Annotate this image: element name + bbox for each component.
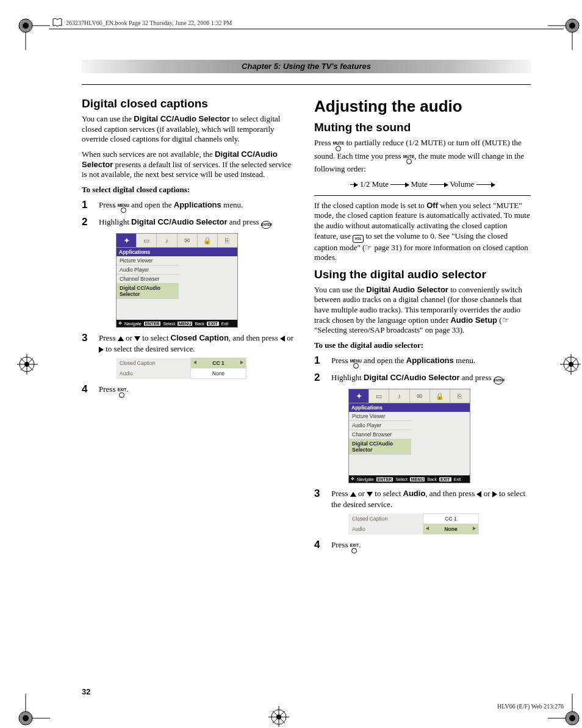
left-column: Digital closed captions You can use the … [82,93,298,556]
osd-item: Audio Player [117,265,179,275]
steps-right-end: 4 Press EXIT. [314,538,531,553]
osd-tab-strip: ✦ ▭ ♪ ✉ 🔒 ⎘ [117,234,237,248]
crop-mark-mid-left [17,348,50,381]
left-arrow-icon [193,361,196,364]
divider-line [82,84,531,85]
steps-left-cont: 3 Press or to select Closed Caption, and… [82,331,298,354]
step-1: 1 Press MENU and open the Applications m… [314,354,531,369]
osd-tab-icon: ✉ [178,234,198,247]
osd-applications-menu: ✦ ▭ ♪ ✉ 🔒 ⎘ Applications Picture Viewer … [348,389,470,483]
exit-button-icon: EXIT [118,388,126,398]
book-page-header: 263237HLV66_EN.book Page 32 Thursday, Ju… [49,18,564,29]
mute-button-icon: MUTE [403,155,414,165]
osd-item-highlighted: Digital CC/Audio Selector [117,284,179,299]
page-content: 263237HLV66_EN.book Page 32 Thursday, Ju… [49,18,564,710]
up-arrow-icon [118,336,124,341]
heading-muting: Muting the sound [314,121,531,134]
pointer-icon: ☞ [502,315,509,325]
audio-row-value: None [423,524,479,535]
osd-item: Picture Viewer [117,256,179,265]
mute-sequence: 1/2 Mute Mute Volume [314,179,531,189]
osd-tab-apps-icon: ✦ [349,389,369,403]
osd-tab-icon: 🔒 [430,389,450,403]
osd-tab-icon: ♪ [157,234,177,247]
osd-applications-menu: ✦ ▭ ♪ ✉ 🔒 ⎘ Applications Picture Viewer … [116,233,238,328]
heading-digital-audio-selector: Using the digital audio selector [314,268,531,281]
audio-row-value: None [191,369,246,379]
steps-right-cont: 3 Press or to select Audio, and then pre… [314,487,531,510]
separator [314,195,531,196]
arrow-icon [350,184,357,185]
arrow-icon [476,184,495,185]
heading-adjusting-audio: Adjusting the audio [314,97,531,116]
para-intro-1: You can use the Digital CC/Audio Selecto… [82,114,298,145]
osd-tab-icon: ▭ [369,389,389,403]
vol-button-icon: VOL [353,235,364,243]
nav-icon: ✥ [118,321,122,326]
para-das: You can use the Digital Audio Selector t… [314,285,531,336]
enter-button-icon: ENTER [261,221,271,229]
osd-tab-icon: ⎘ [450,389,470,403]
menu-button-icon: MENU [350,359,362,369]
chapter-title-bar: Chapter 5: Using the TV's features [82,60,531,73]
crop-mark-bottom-left [17,694,50,727]
left-arrow-icon [280,336,285,342]
subheading-select-cc: To select digital closed captions: [82,185,298,195]
para-mute-1: Press MUTE to partially reduce (1/2 MUTE… [314,138,531,175]
osd-tab-icon: ⎘ [218,234,237,247]
svg-point-9 [23,715,29,721]
footer-code: HLV66 (E/F) Web 213:276 [497,703,564,710]
step-3: 3 Press or to select Audio, and then pre… [314,487,531,510]
svg-point-5 [569,23,575,29]
right-arrow-icon [99,347,104,353]
heading-digital-cc: Digital closed captions [82,97,298,110]
right-column: Adjusting the audio Muting the sound Pre… [314,93,531,556]
osd-tab-icon: ▭ [137,234,157,247]
step-4: 4 Press EXIT. [82,383,298,398]
registration-icon [17,17,50,50]
steps-left-end: 4 Press EXIT. [82,383,298,398]
audio-row-label: Audio [116,369,191,379]
crop-mark-top-left [17,17,50,50]
step-4: 4 Press EXIT. [314,538,531,553]
right-arrow-icon [473,527,476,530]
osd-tab-apps-icon: ✦ [117,234,137,247]
para-intro-2: When such services are not available, th… [82,150,298,180]
nav-icon: ✥ [351,477,354,481]
up-arrow-icon [350,492,356,497]
para-mute-2: If the closed caption mode is set to Off… [314,201,531,263]
audio-selector-table: Closed Caption CC 1 Audio None [348,513,479,535]
step-2: 2 Highlight Digital CC/Audio Selector an… [314,371,531,385]
steps-right: 1 Press MENU and open the Applications m… [314,354,531,385]
steps-left: 1 Press MENU and open the Applications m… [82,198,298,229]
osd-tab-icon: 🔒 [198,234,218,247]
registration-icon [17,694,50,727]
header-text: 263237HLV66_EN.book Page 32 Thursday, Ju… [66,20,232,26]
step-2: 2 Highlight Digital CC/Audio Selector an… [82,215,298,229]
osd-list: Picture Viewer Audio Player Channel Brow… [117,256,237,320]
right-arrow-icon [492,491,497,497]
svg-point-13 [569,715,575,721]
step-1: 1 Press MENU and open the Applications m… [82,198,298,214]
osd-tab-icon: ✉ [410,389,430,403]
mute-button-icon: MUTE [333,142,344,151]
cc-selector-table: Closed Caption CC 1 Audio None [116,358,246,379]
osd-tab-icon: ♪ [389,389,409,403]
cc-row-label: Closed Caption [116,358,191,369]
book-icon [52,18,62,27]
enter-button-icon: ENTER [494,377,503,384]
right-arrow-icon [240,361,243,364]
page-number: 32 [82,687,90,696]
left-arrow-icon [426,527,429,530]
svg-point-1 [23,23,29,29]
exit-button-icon: EXIT [350,544,359,553]
osd-heading: Applications [117,248,237,256]
menu-button-icon: MENU [118,204,129,214]
down-arrow-icon [134,336,140,341]
pointer-icon: ☞ [365,243,372,252]
step-3: 3 Press or to select Closed Caption, and… [82,331,298,354]
arrow-icon [390,184,409,185]
arrow-icon [429,184,448,185]
cc-row-value: CC 1 [191,358,246,369]
osd-item: Channel Browser [117,275,179,284]
